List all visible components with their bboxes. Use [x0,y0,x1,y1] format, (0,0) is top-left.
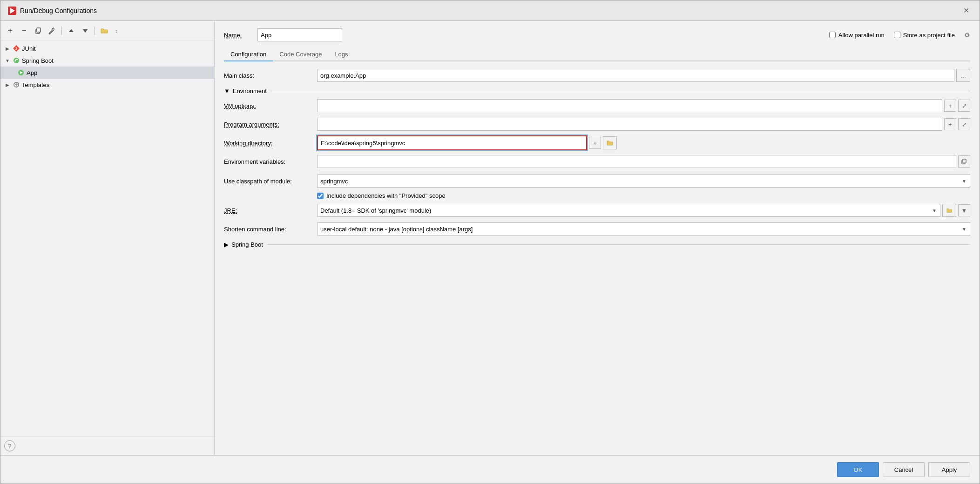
allow-parallel-run-checkbox[interactable] [829,32,836,38]
jre-expand-button[interactable]: ▼ [958,204,970,216]
program-args-label: Program arguments: [224,121,317,128]
vm-options-input[interactable] [317,99,942,112]
env-vars-row: Environment variables: [224,154,970,169]
run-debug-dialog: Run/Debug Configurations ✕ + − [0,0,980,484]
spring-boot-section-label[interactable]: ▶ Spring Boot [224,241,263,248]
include-dependencies-checkbox[interactable] [317,193,324,199]
sidebar-item-springboot[interactable]: ▼ Spring Boot [0,54,214,67]
classpath-label: Use classpath of module: [224,178,317,185]
folder-icon [101,27,108,34]
down-arrow-icon [82,28,88,34]
sort-button[interactable]: ↕ [112,25,124,37]
env-vars-input-group [317,155,970,168]
cancel-button[interactable]: Cancel [883,462,925,477]
env-vars-input[interactable] [317,155,956,168]
spring-boot-divider-line [267,244,970,245]
include-dependencies-label[interactable]: Include dependencies with "Provided" sco… [317,192,446,199]
main-class-row: Main class: … [224,68,970,83]
sidebar-item-templates[interactable]: ▶ Templates [0,79,214,91]
shorten-command-line-select[interactable]: user-local default: none - java [options… [317,222,970,235]
add-configuration-button[interactable]: + [4,25,16,37]
main-class-browse-button[interactable]: … [956,69,970,82]
options-section: Allow parallel run Store as project file… [829,31,970,39]
store-as-project-file-checkbox[interactable] [894,32,900,38]
tab-configuration[interactable]: Configuration [224,48,273,61]
env-vars-copy-button[interactable] [958,155,970,168]
name-input[interactable] [257,28,342,41]
copy-env-icon [961,158,967,165]
chevron-right-icon-2: ▶ [4,81,11,88]
working-dir-label: Working directory: [224,140,317,147]
environment-chevron: ▼ [224,87,230,94]
footer: OK Cancel Apply [0,455,980,484]
main-class-input[interactable] [317,69,954,82]
program-args-input-group: + ⤢ [317,118,970,131]
up-arrow-icon [68,28,74,34]
sidebar-item-app[interactable]: App [0,67,214,79]
svg-point-9 [14,58,19,63]
working-dir-input[interactable] [317,135,587,150]
main-class-input-group: … [317,69,970,82]
move-down-button[interactable] [79,25,91,37]
shorten-command-line-row: Shorten command line: user-local default… [224,222,970,236]
vm-options-expand-button[interactable]: ⤢ [958,100,970,112]
ok-button[interactable]: OK [837,462,879,477]
help-button[interactable]: ? [4,440,15,451]
springboot-icon [13,57,20,64]
sidebar-tree: ▶ J JUnit ▼ Spring Boot [0,40,214,436]
copy-configuration-button[interactable] [32,25,44,37]
sort-icon: ↕ [115,27,122,34]
title-bar-left: Run/Debug Configurations [8,7,97,15]
close-button[interactable]: ✕ [960,5,972,16]
app-label: App [27,69,37,76]
sidebar: + − [0,21,215,455]
allow-parallel-run-label[interactable]: Allow parallel run [829,32,885,39]
copy-icon [34,27,42,34]
chevron-down-icon: ▼ [4,57,11,64]
working-dir-input-group: + [317,135,970,150]
program-args-input[interactable] [317,118,942,131]
working-dir-row: Working directory: + [224,135,970,150]
move-up-button[interactable] [65,25,77,37]
svg-rect-16 [963,159,966,163]
working-dir-browse-button[interactable] [603,136,617,149]
templates-label: Templates [22,81,49,88]
springboot-label: Spring Boot [22,57,54,64]
tab-code-coverage[interactable]: Code Coverage [273,48,328,61]
working-dir-add-button[interactable]: + [589,137,601,149]
tab-bar: Configuration Code Coverage Logs [224,48,970,61]
run-icon [8,7,16,15]
program-args-row: Program arguments: + ⤢ [224,117,970,132]
app-run-icon [17,69,25,76]
jre-select[interactable]: Default (1.8 - SDK of 'springmvc' module… [317,204,940,217]
dialog-title: Run/Debug Configurations [20,7,97,14]
wrench-button[interactable] [46,25,58,37]
shorten-command-line-label: Shorten command line: [224,226,317,233]
folder-button[interactable] [98,25,110,37]
vm-options-label: VM options: [224,102,317,109]
env-vars-label: Environment variables: [224,158,317,165]
svg-rect-3 [37,28,41,32]
classpath-row: Use classpath of module: springmvc [224,174,970,188]
templates-icon [13,81,20,88]
name-field-label: Name: [224,32,252,39]
include-dependencies-row: Include dependencies with "Provided" sco… [224,192,970,199]
name-row-left: Name: [224,28,342,41]
classpath-select[interactable]: springmvc [317,175,970,188]
gear-icon[interactable]: ⚙ [964,31,970,39]
tab-logs[interactable]: Logs [328,48,354,61]
svg-text:↕: ↕ [115,28,118,34]
apply-button[interactable]: Apply [928,462,970,477]
program-args-expand-button[interactable]: ⤢ [958,118,970,130]
name-row: Name: Allow parallel run Store as projec… [224,28,970,41]
vm-options-add-button[interactable]: + [944,100,956,112]
remove-configuration-button[interactable]: − [18,25,30,37]
jre-browse-button[interactable] [942,204,956,217]
program-args-add-button[interactable]: + [944,118,956,130]
sidebar-item-junit[interactable]: ▶ J JUnit [0,42,214,54]
wrench-icon [48,27,56,34]
environment-section-label[interactable]: ▼ Environment [224,87,267,94]
configuration-form: Main class: … ▼ Environment VM [224,68,970,448]
jre-select-wrapper: Default (1.8 - SDK of 'springmvc' module… [317,204,970,217]
store-as-project-file-label[interactable]: Store as project file [894,32,955,39]
